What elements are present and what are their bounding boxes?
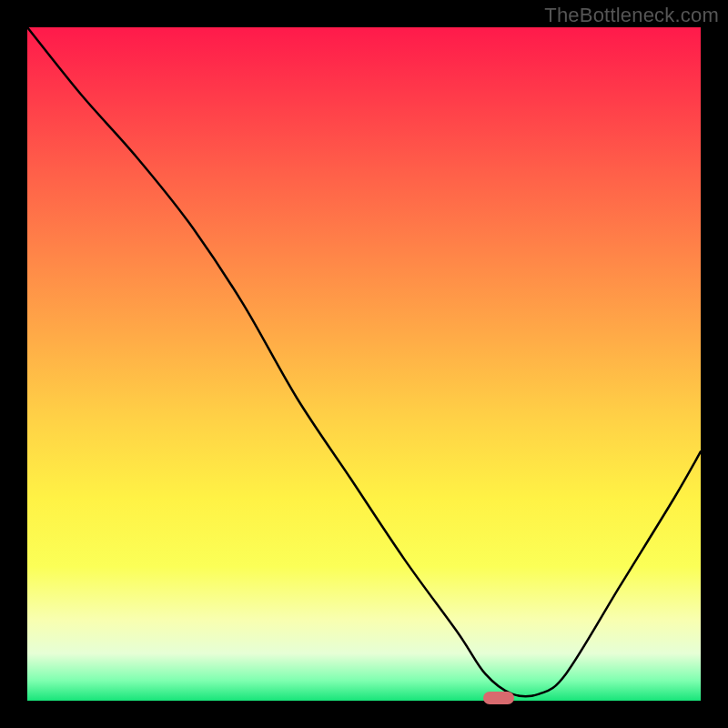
optimal-point-marker (483, 692, 514, 704)
chart-frame: TheBottleneck.com (0, 0, 728, 728)
watermark-text: TheBottleneck.com (544, 4, 719, 27)
chart-plot-area (27, 27, 701, 701)
bottleneck-curve (27, 27, 701, 701)
